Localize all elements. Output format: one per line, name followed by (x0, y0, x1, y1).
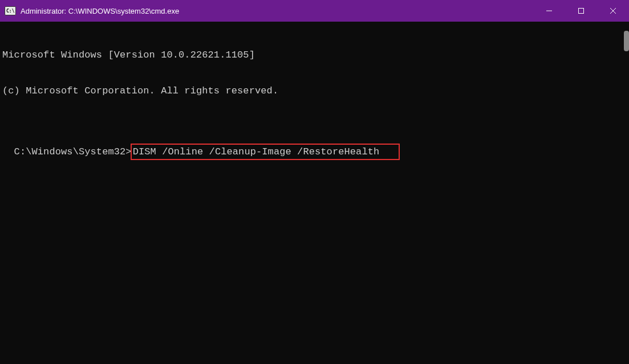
command-highlight-box: DISM /Online /Cleanup-Image /RestoreHeal… (131, 144, 400, 160)
minimize-button[interactable] (533, 0, 565, 22)
terminal-version-line: Microsoft Windows [Version 10.0.22621.11… (2, 49, 628, 61)
prompt-path: C:\Windows\System32 (14, 146, 126, 157)
close-icon (610, 7, 616, 14)
terminal-copyright-line: (c) Microsoft Corporation. All rights re… (2, 85, 628, 97)
titlebar-left: C:\ Administrator: C:\WINDOWS\system32\c… (5, 6, 179, 15)
titlebar: C:\ Administrator: C:\WINDOWS\system32\c… (0, 0, 629, 22)
terminal-content[interactable]: Microsoft Windows [Version 10.0.22621.11… (0, 22, 629, 160)
maximize-icon (578, 7, 585, 14)
scrollbar-track[interactable] (619, 22, 629, 364)
blank-line (2, 121, 628, 133)
prompt-line: C:\Windows\System32>DISM /Online /Cleanu… (14, 146, 400, 157)
scrollbar-thumb[interactable] (624, 31, 629, 51)
cmd-icon: C:\ (5, 6, 16, 15)
maximize-button[interactable] (565, 0, 597, 22)
window-title: Administrator: C:\WINDOWS\system32\cmd.e… (21, 7, 179, 15)
window-controls (533, 0, 629, 22)
close-button[interactable] (597, 0, 629, 22)
minimize-icon (546, 7, 553, 14)
svg-rect-1 (579, 9, 584, 14)
command-input[interactable]: DISM /Online /Cleanup-Image /RestoreHeal… (133, 146, 380, 157)
